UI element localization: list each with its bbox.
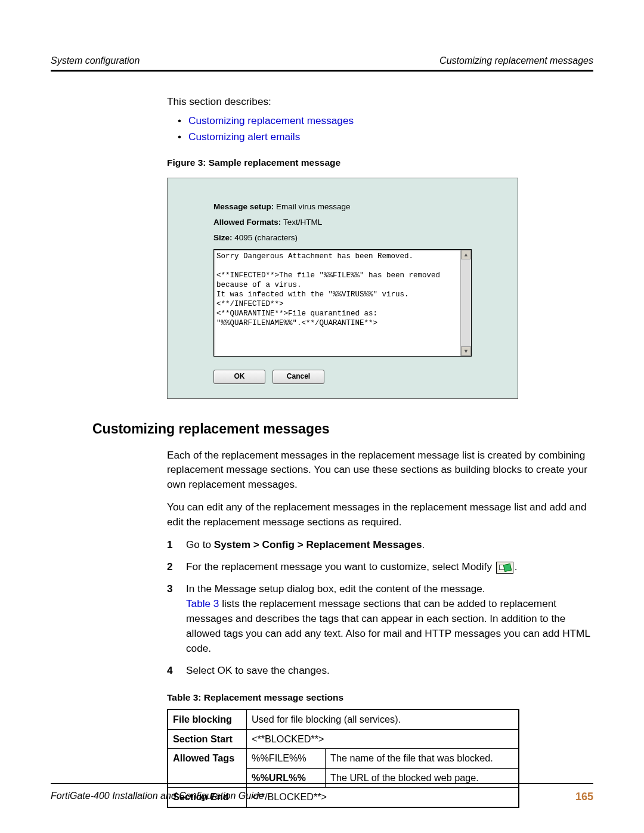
- scroll-down-icon[interactable]: ▼: [461, 346, 471, 356]
- paragraph: You can edit any of the replacement mess…: [167, 500, 593, 529]
- modify-icon: [496, 562, 513, 574]
- table-caption: Table 3: Replacement message sections: [167, 691, 593, 704]
- scroll-up-icon[interactable]: ▲: [461, 250, 471, 259]
- meta-formats: Allowed Formats: Text/HTML: [213, 216, 472, 228]
- cancel-button[interactable]: Cancel: [273, 370, 324, 384]
- ok-button[interactable]: OK: [213, 370, 265, 384]
- footer-page-number: 165: [575, 789, 593, 804]
- scrollbar[interactable]: ▲ ▼: [460, 250, 471, 356]
- bullet-list: • Customizing replacement messages • Cus…: [167, 113, 593, 144]
- header-rule: [51, 70, 593, 72]
- header-right: Customizing replacement messages: [439, 54, 593, 67]
- meta-setup: Message setup: Email virus message: [213, 201, 472, 213]
- footer-doc-title: FortiGate-400 Installation and Configura…: [51, 789, 264, 804]
- table-ref-link[interactable]: Table 3: [186, 597, 219, 609]
- header-left: System configuration: [51, 54, 140, 67]
- bullet-icon: •: [178, 129, 181, 144]
- step-number: 2: [167, 559, 186, 574]
- bullet-icon: •: [178, 113, 181, 128]
- step-row: 3 In the Message setup dialog box, edit …: [186, 581, 593, 656]
- paragraph: Each of the replacement messages in the …: [167, 448, 593, 493]
- dialog-panel: Message setup: Email virus message Allow…: [167, 178, 518, 399]
- page-header: System configuration Customizing replace…: [51, 54, 593, 70]
- step-row: 2 For the replacement message you want t…: [186, 559, 593, 574]
- table-row: Allowed Tags %%FILE%% The name of the fi…: [168, 749, 519, 768]
- step-row: 1 Go to System > Config > Replacement Me…: [186, 537, 593, 552]
- intro-text: This section describes:: [167, 94, 593, 109]
- step-number: 1: [167, 537, 186, 552]
- step-number: 4: [167, 663, 186, 678]
- page-footer: FortiGate-400 Installation and Configura…: [51, 786, 593, 804]
- step-number: 3: [167, 581, 186, 656]
- section-title: Customizing replacement messages: [92, 419, 593, 439]
- step-row: 4 Select OK to save the changes.: [186, 663, 593, 678]
- textarea-content: Sorry Dangerous Attachment has been Remo…: [214, 250, 460, 356]
- link-customize-msgs[interactable]: Customizing replacement messages: [188, 113, 354, 128]
- meta-size: Size: 4095 (characters): [213, 232, 472, 244]
- footer-rule: [51, 783, 593, 784]
- table-row: File blocking Used for file blocking (al…: [168, 710, 519, 729]
- figure-caption: Figure 3: Sample replacement message: [167, 156, 593, 169]
- message-textarea[interactable]: Sorry Dangerous Attachment has been Remo…: [213, 249, 472, 357]
- link-customize-alerts[interactable]: Customizing alert emails: [188, 129, 300, 144]
- table-row: Section Start <**BLOCKED**>: [168, 729, 519, 748]
